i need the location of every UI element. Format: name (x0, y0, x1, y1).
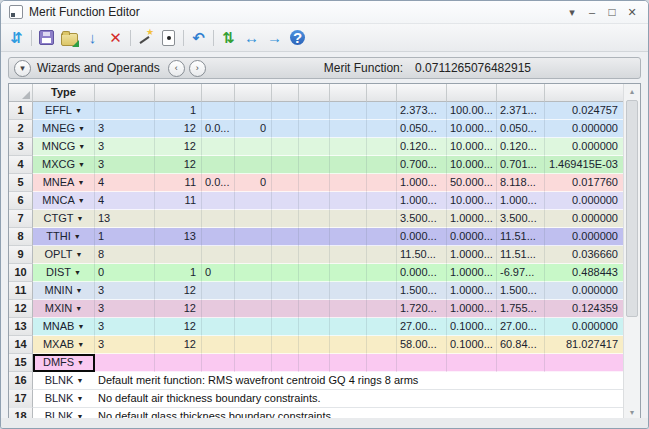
cell-param3[interactable] (202, 300, 235, 318)
cell-contrib[interactable]: 0.000000 (545, 228, 624, 246)
cell-param4[interactable] (235, 264, 272, 282)
cell-param1[interactable]: 8 (95, 246, 155, 264)
cell-target[interactable]: 3.500... (397, 210, 447, 228)
cell-param2[interactable]: 11 (155, 192, 202, 210)
row-number[interactable]: 9 (9, 246, 33, 264)
type-cell[interactable]: MNCG ▼ (33, 138, 95, 156)
cell-target[interactable]: 11.50... (397, 246, 447, 264)
cell-param4[interactable] (235, 336, 272, 354)
cell-contrib[interactable]: 0.000000 (545, 282, 624, 300)
cell-empty[interactable] (272, 354, 299, 372)
cell-contrib[interactable]: 0.000000 (545, 120, 624, 138)
select-all-corner[interactable] (9, 84, 33, 102)
type-dropdown-icon[interactable]: ▼ (75, 102, 82, 119)
cell-param4[interactable] (235, 300, 272, 318)
type-cell[interactable]: MXIN ▼ (33, 300, 95, 318)
cell-value[interactable]: 11.51... (497, 228, 545, 246)
cell-empty[interactable] (299, 282, 330, 300)
close-button[interactable]: ✕ (622, 3, 642, 21)
cell-param4[interactable] (235, 138, 272, 156)
cell-weight[interactable] (447, 354, 497, 372)
cell-target[interactable]: 0.000... (397, 228, 447, 246)
wizard-icon[interactable] (134, 27, 157, 48)
cell-empty[interactable] (367, 246, 397, 264)
cell-param3[interactable] (202, 156, 235, 174)
cell-param4[interactable]: 0 (235, 174, 272, 192)
cell-empty[interactable] (367, 282, 397, 300)
type-dropdown-icon[interactable]: ▼ (78, 192, 85, 209)
cell-empty[interactable] (272, 246, 299, 264)
cell-weight[interactable]: 50.000... (447, 174, 497, 192)
row-number[interactable]: 10 (9, 264, 33, 282)
cell-empty[interactable] (272, 192, 299, 210)
type-dropdown-icon[interactable]: ▼ (76, 372, 83, 389)
cell-contrib[interactable]: 0.036660 (545, 246, 624, 264)
swap-operands-icon[interactable]: ⇅ (217, 27, 240, 48)
cell-value[interactable]: 0.120... (497, 138, 545, 156)
cell-contrib[interactable]: 0.488443 (545, 264, 624, 282)
cell-weight[interactable]: 0.1000... (447, 318, 497, 336)
cell-param2[interactable]: 12 (155, 300, 202, 318)
cell-target[interactable]: 1.000... (397, 174, 447, 192)
type-cell[interactable]: DIST ▼ (33, 264, 95, 282)
type-dropdown-icon[interactable]: ▼ (78, 138, 85, 155)
cell-weight[interactable]: 0.0000... (447, 228, 497, 246)
cell-param3[interactable] (202, 138, 235, 156)
cell-empty[interactable] (299, 174, 330, 192)
cell-param1[interactable] (95, 354, 155, 372)
cell-param4[interactable] (235, 228, 272, 246)
cell-empty[interactable] (330, 210, 367, 228)
type-cell[interactable]: TTHI ▼ (33, 228, 95, 246)
window-menu-button[interactable]: ▾ (562, 3, 582, 21)
cell-empty[interactable] (299, 192, 330, 210)
cell-empty[interactable] (330, 138, 367, 156)
maximize-button[interactable]: □ (602, 3, 622, 21)
cell-weight[interactable]: 1.0000... (447, 300, 497, 318)
cell-empty[interactable] (367, 336, 397, 354)
cell-target[interactable]: 0.000... (397, 264, 447, 282)
cell-empty[interactable] (367, 192, 397, 210)
cell-param3[interactable] (202, 210, 235, 228)
type-dropdown-icon[interactable]: ▼ (77, 174, 84, 191)
cell-param3[interactable] (202, 228, 235, 246)
row-number[interactable]: 11 (9, 282, 33, 300)
cell-contrib[interactable]: 0.000000 (545, 210, 624, 228)
cell-value[interactable]: -6.97... (497, 264, 545, 282)
row-number[interactable]: 15 (9, 354, 33, 372)
cell-empty[interactable] (299, 120, 330, 138)
cell-target[interactable]: 0.050... (397, 120, 447, 138)
type-dropdown-icon[interactable]: ▼ (77, 354, 84, 371)
type-cell[interactable]: MXAB ▼ (33, 336, 95, 354)
collapse-button[interactable]: ▾ (14, 60, 31, 77)
cell-empty[interactable] (272, 336, 299, 354)
type-cell[interactable]: MXCG ▼ (33, 156, 95, 174)
cell-value[interactable]: 2.371... (497, 102, 545, 120)
cell-value[interactable]: 1.755... (497, 300, 545, 318)
save-icon[interactable] (35, 27, 58, 48)
row-number[interactable]: 5 (9, 174, 33, 192)
cell-empty[interactable] (299, 300, 330, 318)
row-number[interactable]: 17 (9, 390, 33, 408)
go-icon[interactable]: → (263, 27, 286, 48)
cell-empty[interactable] (330, 120, 367, 138)
cell-empty[interactable] (367, 174, 397, 192)
cell-param1[interactable]: 3 (95, 336, 155, 354)
row-number[interactable]: 6 (9, 192, 33, 210)
cell-param3[interactable] (202, 354, 235, 372)
help-icon[interactable]: ? (286, 27, 309, 48)
type-dropdown-icon[interactable]: ▼ (77, 336, 84, 353)
cell-target[interactable] (397, 354, 447, 372)
cell-weight[interactable]: 0.1000... (447, 336, 497, 354)
cell-empty[interactable] (330, 354, 367, 372)
type-cell[interactable]: BLNK ▼ (33, 390, 95, 408)
scrollbar-thumb[interactable] (626, 100, 638, 317)
cell-empty[interactable] (367, 354, 397, 372)
cell-empty[interactable] (330, 174, 367, 192)
cell-contrib[interactable]: 0.000000 (545, 138, 624, 156)
type-dropdown-icon[interactable]: ▼ (78, 156, 85, 173)
cell-empty[interactable] (330, 156, 367, 174)
type-dropdown-icon[interactable]: ▼ (76, 282, 83, 299)
cell-contrib[interactable]: 0.000000 (545, 318, 624, 336)
cell-param3[interactable] (202, 246, 235, 264)
cell-empty[interactable] (299, 246, 330, 264)
